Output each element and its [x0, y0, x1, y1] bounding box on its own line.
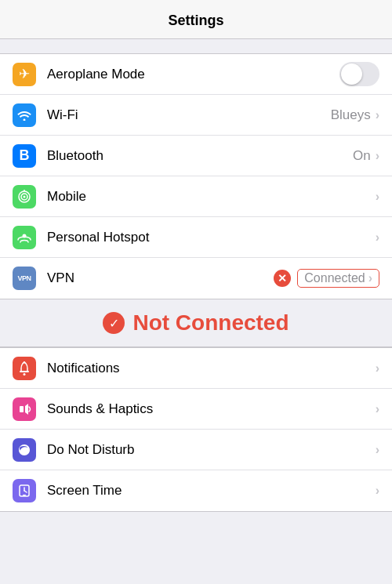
- sounds-haptics-icon: [13, 397, 36, 421]
- aeroplane-mode-icon: ✈: [13, 63, 36, 86]
- not-connected-banner: ✓ Not Connected: [0, 299, 392, 347]
- wifi-value: Blueys: [331, 107, 371, 123]
- wifi-chevron: ›: [376, 108, 379, 122]
- notifications-icon: [13, 357, 36, 380]
- wifi-row[interactable]: Wi-Fi Blueys ›: [0, 95, 392, 136]
- mobile-row[interactable]: Mobile ›: [0, 176, 392, 217]
- svg-line-11: [24, 491, 27, 492]
- bluetooth-value: On: [353, 148, 371, 164]
- screen-time-row[interactable]: Screen Time ›: [0, 470, 392, 511]
- screen-time-icon: [13, 479, 36, 502]
- mobile-icon: [13, 185, 36, 209]
- vpn-error-icon: ✕: [274, 270, 291, 287]
- settings-group-1: ✈ Aeroplane Mode Wi-Fi Blueys › B Blueto…: [0, 53, 392, 299]
- vpn-label: VPN: [47, 270, 274, 286]
- personal-hotspot-label: Personal Hotspot: [47, 230, 376, 245]
- settings-group-2: Notifications › Sounds & Haptics › Do No…: [0, 347, 392, 512]
- svg-point-6: [24, 373, 26, 375]
- svg-rect-5: [20, 371, 29, 372]
- page-title: Settings: [168, 13, 223, 28]
- notifications-row[interactable]: Notifications ›: [0, 348, 392, 389]
- sounds-haptics-chevron: ›: [376, 402, 379, 416]
- mobile-label: Mobile: [47, 189, 376, 205]
- bluetooth-chevron: ›: [376, 149, 379, 163]
- aeroplane-mode-row[interactable]: ✈ Aeroplane Mode: [0, 54, 392, 95]
- personal-hotspot-icon: [13, 226, 36, 249]
- do-not-disturb-icon: [13, 438, 36, 462]
- screen-time-label: Screen Time: [47, 483, 376, 499]
- notifications-chevron: ›: [376, 361, 379, 375]
- mobile-chevron: ›: [376, 190, 379, 204]
- do-not-disturb-row[interactable]: Do Not Disturb ›: [0, 430, 392, 470]
- do-not-disturb-label: Do Not Disturb: [47, 442, 376, 458]
- svg-point-2: [24, 195, 26, 198]
- do-not-disturb-chevron: ›: [376, 443, 379, 457]
- wifi-icon: [13, 103, 36, 127]
- vpn-connected-box[interactable]: Connected ›: [297, 269, 379, 288]
- toggle-knob: [341, 63, 362, 85]
- personal-hotspot-chevron: ›: [376, 230, 379, 245]
- wifi-label: Wi-Fi: [47, 107, 331, 123]
- vpn-icon: VPN: [13, 267, 36, 290]
- not-connected-text: Not Connected: [132, 310, 289, 336]
- svg-rect-8: [20, 406, 24, 412]
- bluetooth-label: Bluetooth: [47, 148, 353, 164]
- vpn-chevron: ›: [368, 271, 372, 285]
- aeroplane-mode-label: Aeroplane Mode: [47, 67, 339, 82]
- bluetooth-row[interactable]: B Bluetooth On ›: [0, 136, 392, 176]
- aeroplane-mode-toggle[interactable]: [339, 62, 379, 86]
- svg-rect-12: [23, 495, 26, 496]
- bluetooth-icon: B: [13, 144, 36, 168]
- sounds-haptics-label: Sounds & Haptics: [47, 401, 376, 417]
- personal-hotspot-row[interactable]: Personal Hotspot ›: [0, 217, 392, 258]
- vpn-status-area: ✕ Connected ›: [274, 269, 379, 288]
- vpn-connected-text: Connected: [304, 271, 365, 285]
- not-connected-check-icon: ✓: [103, 312, 125, 334]
- sounds-haptics-row[interactable]: Sounds & Haptics ›: [0, 389, 392, 430]
- settings-header: Settings: [0, 0, 392, 39]
- vpn-row[interactable]: VPN VPN ✕ Connected ›: [0, 258, 392, 299]
- screen-time-chevron: ›: [376, 484, 379, 498]
- notifications-label: Notifications: [47, 361, 376, 376]
